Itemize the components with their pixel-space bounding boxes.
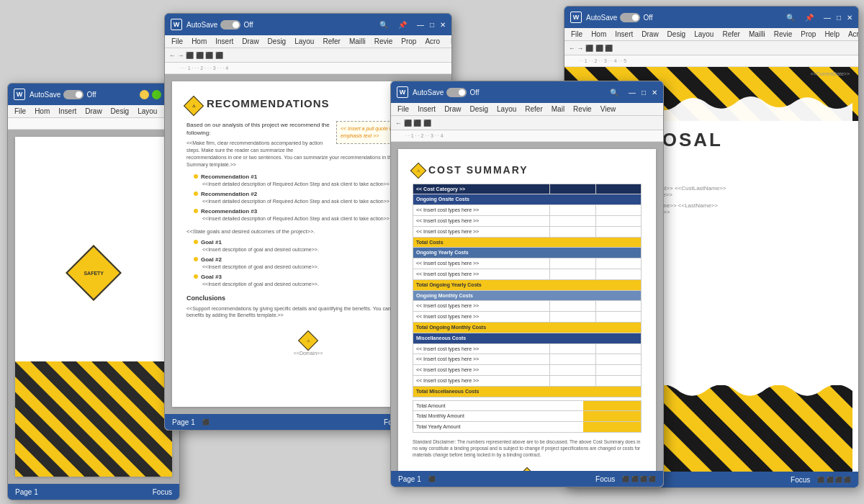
doc-page-3: ⚠ COST SUMMARY << Cost Category >> Ongoi	[398, 149, 656, 471]
cost-section-3: Ongoing Monthly Costs	[413, 290, 642, 301]
menu-bar-2: File Hom Insert Draw Desig Layou Refer M…	[165, 35, 451, 48]
disclaimer-text: Standard Disclaimer: The numbers represe…	[413, 438, 642, 458]
menu-prop-4[interactable]: Prop	[798, 30, 818, 39]
minimize-btn-4[interactable]: —	[824, 14, 831, 22]
pin-icon-2[interactable]: 📌	[398, 21, 407, 29]
cost-section-4: Miscellaneous Costs	[413, 333, 642, 343]
menu-desig-1[interactable]: Desig	[109, 107, 132, 116]
maximize-btn-3[interactable]: □	[642, 89, 646, 96]
cost-total-4: Total Miscellaneous Costs	[413, 386, 642, 397]
autosave-toggle-3[interactable]	[446, 88, 467, 97]
ruler-2: · · · 1 · · · 2 · · · 3 · · · 4	[165, 63, 451, 74]
menu-hom-2[interactable]: Hom	[189, 37, 209, 46]
word-icon-4: W	[570, 12, 582, 23]
menu-insert-3[interactable]: Insert	[415, 104, 438, 114]
toolbar-row-3: ← ⬛ ⬛ ⬛	[391, 116, 663, 130]
page-num-3: Page 1	[398, 475, 421, 483]
minimize-btn-3[interactable]: —	[629, 89, 636, 96]
menu-view-3[interactable]: View	[598, 104, 618, 114]
close-btn-3[interactable]: ✕	[652, 89, 657, 96]
autosave-toggle-2[interactable]	[220, 20, 240, 30]
focus-4[interactable]: Focus	[791, 476, 810, 484]
menu-draw-3[interactable]: Draw	[442, 104, 463, 114]
menu-refer-3[interactable]: Refer	[523, 104, 544, 114]
menu-insert-2[interactable]: Insert	[213, 37, 235, 46]
menu-insert-1[interactable]: Insert	[56, 107, 78, 116]
cost-table: << Cost Category >> Ongoing Onsite Costs…	[413, 184, 642, 397]
search-icon-4[interactable]: 🔍	[786, 14, 795, 22]
status-bar-1: Page 1 Focus	[8, 484, 179, 500]
minimize-btn-1[interactable]	[140, 90, 149, 99]
menu-draw-1[interactable]: Draw	[83, 107, 104, 116]
pin-icon-4[interactable]: 📌	[805, 14, 814, 22]
menu-refer-4[interactable]: Refer	[720, 30, 742, 39]
menu-bar-4: File Hom Insert Draw Desig Layou Refer M…	[564, 28, 858, 41]
total-row-1: Total Amount	[413, 401, 641, 412]
menu-desig-4[interactable]: Desig	[665, 30, 688, 39]
menu-layou-4[interactable]: Layou	[692, 30, 716, 39]
cost-row: << Insert cost types here >>	[413, 343, 642, 354]
close-btn-4[interactable]: ✕	[847, 14, 852, 22]
search-icon-2[interactable]: 🔍	[379, 21, 388, 29]
maximize-btn-1[interactable]	[152, 90, 161, 99]
menu-file-2[interactable]: File	[169, 37, 185, 46]
menu-prop-2[interactable]: Prop	[399, 37, 418, 46]
menu-mailli-2[interactable]: Mailli	[347, 37, 368, 46]
minimize-btn-2[interactable]: —	[417, 21, 424, 29]
autosave-toggle-1[interactable]	[63, 90, 84, 99]
menu-acro-4[interactable]: Acro	[846, 30, 859, 39]
total-row-3: Total Yearly Amount	[413, 422, 641, 432]
focus-1[interactable]: Focus	[153, 488, 172, 496]
word-window-1[interactable]: W AutoSave Off File Hom Insert Draw Desi…	[7, 83, 180, 500]
menu-file-4[interactable]: File	[569, 30, 585, 39]
maximize-btn-2[interactable]: □	[430, 21, 434, 29]
search-icon-3[interactable]: 🔍	[610, 89, 618, 96]
menu-revie-4[interactable]: Revie	[772, 30, 795, 39]
menu-bar-3: File Insert Draw Desig Layou Refer Mail …	[391, 103, 663, 116]
menu-draw-4[interactable]: Draw	[639, 30, 660, 39]
window-controls-4: — □ ✕	[824, 14, 852, 22]
menu-layou-3[interactable]: Layou	[495, 104, 518, 114]
menu-refer-2[interactable]: Refer	[320, 37, 342, 46]
cost-heading: COST SUMMARY	[428, 163, 528, 178]
page-num-2: Page 1	[172, 418, 195, 426]
menu-insert-4[interactable]: Insert	[613, 30, 635, 39]
autosave-4: AutoSave Off	[586, 13, 653, 22]
rec-heading: RECOMMENDATIONS	[207, 96, 330, 111]
cost-row: << Insert cost types here >>	[413, 269, 642, 279]
close-btn-2[interactable]: ✕	[440, 21, 446, 29]
menu-hom-4[interactable]: Hom	[589, 30, 608, 39]
svg-rect-2	[15, 361, 172, 477]
autosave-toggle-4[interactable]	[620, 13, 640, 22]
menu-revie-3[interactable]: Revie	[571, 104, 594, 114]
menu-revie-2[interactable]: Revie	[372, 37, 395, 46]
menu-draw-2[interactable]: Draw	[240, 37, 261, 46]
rec-safety-icon: ⚠	[192, 103, 195, 108]
focus-3[interactable]: Focus	[595, 475, 615, 483]
cost-row: << Insert cost types here >>	[413, 354, 642, 365]
menu-file-1[interactable]: File	[12, 107, 28, 116]
cost-total-3: Total Ongoing Monthly Costs	[413, 322, 642, 333]
total-row-2: Total Monthly Amount	[413, 411, 641, 422]
menu-file-3[interactable]: File	[395, 104, 411, 114]
total-amounts: Total Amount Total Monthly Amount Total …	[413, 400, 642, 433]
menu-acro-2[interactable]: Acro	[423, 37, 442, 46]
menu-help-4[interactable]: Help	[822, 30, 842, 39]
menu-hom-1[interactable]: Hom	[32, 107, 52, 116]
cost-row: << Insert cost types here >>	[413, 375, 642, 386]
cost-total-2: Total Ongoing Yearly Costs	[413, 279, 642, 290]
menu-mail-3[interactable]: Mail	[549, 104, 567, 114]
word-icon-1: W	[14, 89, 25, 100]
toolbar-row-2: ← → ⬛ ⬛ ⬛ ⬛	[165, 48, 451, 63]
menu-desig-3[interactable]: Desig	[467, 104, 490, 114]
word-window-3[interactable]: W AutoSave Off 🔍 — □ ✕ File Insert Draw …	[390, 81, 664, 487]
menu-layou-1[interactable]: Layou	[135, 107, 159, 116]
hazard-stripes-1	[15, 361, 172, 477]
cost-total-1: Total Costs	[413, 237, 642, 248]
window-controls-3: — □ ✕	[629, 89, 657, 96]
menu-mailli-4[interactable]: Mailli	[747, 30, 768, 39]
autosave-3: AutoSave Off	[413, 88, 480, 97]
menu-desig-2[interactable]: Desig	[266, 37, 289, 46]
maximize-btn-4[interactable]: □	[837, 14, 841, 22]
menu-layou-2[interactable]: Layou	[292, 37, 316, 46]
